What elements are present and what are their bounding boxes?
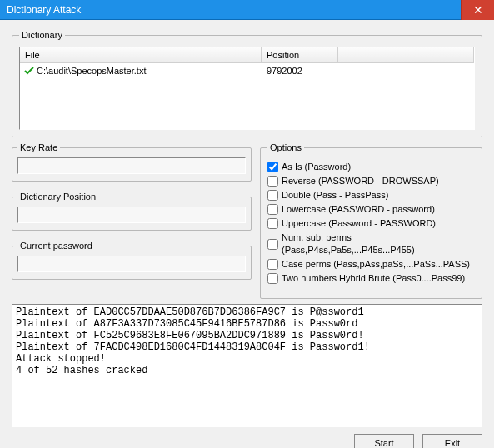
table-row[interactable]: C:\audit\SpecopsMaster.txt 9792002 [20, 63, 474, 78]
dictionary-position-field [17, 207, 246, 223]
checkbox-lowercase[interactable] [267, 204, 278, 215]
option-label: Two numbers Hybrid Brute (Pass0....Pass9… [282, 272, 465, 285]
title-bar: Dictionary Attack ✕ [0, 0, 494, 20]
checkbox-hybrid-brute[interactable] [267, 273, 278, 284]
option-label: Reverse (PASSWORD - DROWSSAP) [282, 175, 439, 187]
cell-file-text: C:\audit\SpecopsMaster.txt [37, 66, 146, 76]
key-rate-legend: Key Rate [17, 142, 60, 152]
client-area: Dictionary File Position C:\audit\Specop… [0, 20, 494, 448]
current-password-legend: Current password [17, 241, 95, 251]
start-button[interactable]: Start [354, 434, 414, 448]
option-label: Lowercase (PASSWORD - password) [282, 203, 435, 216]
dictionary-group: Dictionary File Position C:\audit\Specop… [12, 30, 482, 137]
option-label: Uppercase (Password - PASSWORD) [282, 217, 436, 230]
option-label: As Is (Password) [282, 161, 351, 173]
options-legend: Options [267, 142, 304, 152]
checkbox-double[interactable] [267, 190, 278, 201]
option-case-perms[interactable]: Case perms (Pass,pAss,paSs,...PaSs...PAS… [267, 258, 475, 271]
option-hybrid-brute[interactable]: Two numbers Hybrid Brute (Pass0....Pass9… [267, 272, 475, 285]
current-password-group: Current password [12, 241, 252, 280]
dictionary-position-group: Dictionary Position [12, 192, 252, 231]
option-double[interactable]: Double (Pass - PassPass) [267, 189, 475, 202]
option-label: Double (Pass - PassPass) [282, 189, 388, 202]
option-num-sub[interactable]: Num. sub. perms (Pass,P4ss,Pa5s,...P45s.… [267, 231, 475, 256]
close-button[interactable]: ✕ [461, 0, 494, 20]
checkbox-num-sub[interactable] [267, 239, 278, 250]
cell-file: C:\audit\SpecopsMaster.txt [20, 65, 262, 77]
checkbox-uppercase[interactable] [267, 218, 278, 229]
option-label: Case perms (Pass,pAss,paSs,...PaSs...PAS… [282, 258, 470, 271]
dictionary-position-legend: Dictionary Position [17, 192, 98, 202]
dictionary-legend: Dictionary [19, 30, 65, 40]
col-header-position[interactable]: Position [262, 47, 338, 62]
window-title: Dictionary Attack [0, 4, 81, 16]
table-header: File Position [20, 47, 474, 63]
checkbox-reverse[interactable] [267, 176, 278, 187]
close-icon: ✕ [473, 3, 483, 17]
dictionary-table[interactable]: File Position C:\audit\SpecopsMaster.txt… [19, 47, 475, 130]
option-lowercase[interactable]: Lowercase (PASSWORD - password) [267, 203, 475, 216]
checkbox-case-perms[interactable] [267, 259, 278, 270]
output-textarea[interactable]: Plaintext of EAD0CC57DDAAE50D876B7DD6386… [12, 304, 482, 427]
exit-button[interactable]: Exit [422, 434, 482, 448]
option-reverse[interactable]: Reverse (PASSWORD - DROWSSAP) [267, 175, 475, 187]
cell-position: 9792002 [262, 66, 338, 76]
option-uppercase[interactable]: Uppercase (Password - PASSWORD) [267, 217, 475, 230]
check-icon [23, 65, 35, 77]
option-label: Num. sub. perms (Pass,P4ss,Pa5s,...P45s.… [282, 231, 475, 256]
col-header-empty [338, 47, 474, 62]
checkbox-as-is[interactable] [267, 162, 278, 172]
key-rate-group: Key Rate [12, 142, 252, 182]
key-rate-field [17, 157, 246, 174]
options-list: As Is (Password) Reverse (PASSWORD - DRO… [267, 159, 475, 286]
option-as-is[interactable]: As Is (Password) [267, 161, 475, 173]
col-header-file[interactable]: File [20, 47, 262, 62]
button-row: Start Exit [12, 434, 482, 448]
options-group: Options As Is (Password) Reverse (PASSWO… [260, 142, 482, 299]
current-password-field [17, 256, 246, 272]
